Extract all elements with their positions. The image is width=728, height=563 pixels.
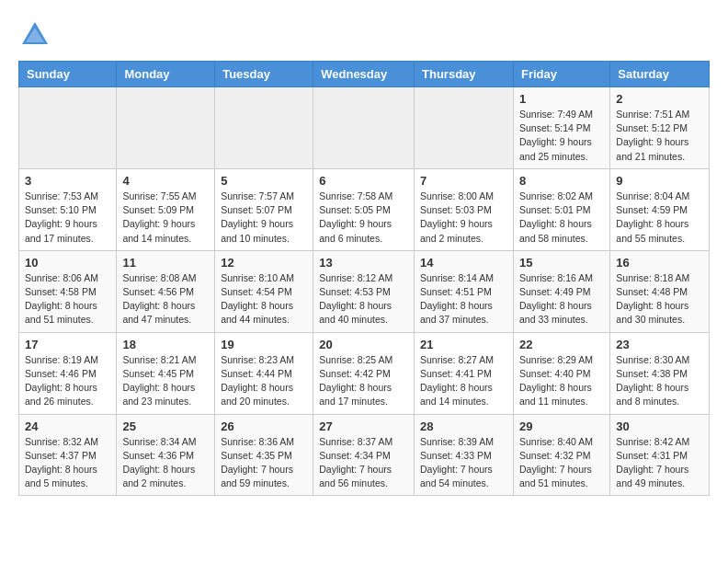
- weekday-header-friday: Friday: [513, 62, 609, 87]
- weekday-header-wednesday: Wednesday: [313, 62, 415, 87]
- day-info: Sunrise: 8:36 AM Sunset: 4:35 PM Dayligh…: [221, 435, 307, 491]
- day-info: Sunrise: 8:12 AM Sunset: 4:53 PM Dayligh…: [319, 271, 408, 327]
- day-info: Sunrise: 8:19 AM Sunset: 4:46 PM Dayligh…: [25, 353, 110, 409]
- day-info: Sunrise: 7:58 AM Sunset: 5:05 PM Dayligh…: [319, 190, 408, 246]
- calendar-cell: 10Sunrise: 8:06 AM Sunset: 4:58 PM Dayli…: [19, 250, 117, 332]
- calendar-week-row: 17Sunrise: 8:19 AM Sunset: 4:46 PM Dayli…: [19, 332, 710, 414]
- day-number: 27: [319, 419, 408, 433]
- calendar-cell: 16Sunrise: 8:18 AM Sunset: 4:48 PM Dayli…: [610, 250, 710, 332]
- day-info: Sunrise: 8:21 AM Sunset: 4:45 PM Dayligh…: [122, 353, 209, 409]
- calendar-cell: 19Sunrise: 8:23 AM Sunset: 4:44 PM Dayli…: [215, 332, 313, 414]
- calendar-cell: 26Sunrise: 8:36 AM Sunset: 4:35 PM Dayli…: [215, 414, 313, 496]
- day-number: 24: [25, 419, 110, 433]
- day-number: 20: [319, 338, 408, 351]
- calendar-cell: 13Sunrise: 8:12 AM Sunset: 4:53 PM Dayli…: [313, 250, 415, 332]
- day-number: 12: [221, 256, 307, 270]
- calendar-cell: 7Sunrise: 8:00 AM Sunset: 5:03 PM Daylig…: [415, 168, 514, 250]
- day-info: Sunrise: 8:10 AM Sunset: 4:54 PM Dayligh…: [221, 271, 307, 327]
- calendar-cell: 18Sunrise: 8:21 AM Sunset: 4:45 PM Dayli…: [117, 332, 215, 414]
- day-number: 10: [25, 256, 110, 270]
- calendar-cell: 27Sunrise: 8:37 AM Sunset: 4:34 PM Dayli…: [313, 414, 415, 496]
- day-number: 19: [221, 338, 307, 351]
- day-info: Sunrise: 8:14 AM Sunset: 4:51 PM Dayligh…: [420, 271, 507, 327]
- day-number: 21: [420, 338, 507, 351]
- calendar-cell: [19, 87, 117, 169]
- day-number: 25: [122, 419, 209, 433]
- day-info: Sunrise: 8:00 AM Sunset: 5:03 PM Dayligh…: [420, 190, 507, 246]
- day-number: 7: [420, 174, 507, 188]
- day-info: Sunrise: 8:02 AM Sunset: 5:01 PM Dayligh…: [519, 190, 604, 246]
- day-number: 18: [122, 338, 209, 351]
- weekday-header-tuesday: Tuesday: [215, 62, 313, 87]
- calendar-cell: 4Sunrise: 7:55 AM Sunset: 5:09 PM Daylig…: [117, 168, 215, 250]
- logo: [18, 18, 55, 52]
- weekday-header-saturday: Saturday: [610, 62, 710, 87]
- calendar-cell: 28Sunrise: 8:39 AM Sunset: 4:33 PM Dayli…: [415, 414, 514, 496]
- day-number: 8: [519, 174, 604, 188]
- weekday-header-thursday: Thursday: [415, 62, 514, 87]
- calendar-cell: [117, 87, 215, 169]
- calendar-cell: 22Sunrise: 8:29 AM Sunset: 4:40 PM Dayli…: [513, 332, 609, 414]
- day-number: 26: [221, 419, 307, 433]
- calendar-cell: 23Sunrise: 8:30 AM Sunset: 4:38 PM Dayli…: [610, 332, 710, 414]
- calendar-cell: 2Sunrise: 7:51 AM Sunset: 5:12 PM Daylig…: [610, 87, 710, 169]
- calendar-week-row: 1Sunrise: 7:49 AM Sunset: 5:14 PM Daylig…: [19, 87, 710, 169]
- day-number: 30: [616, 419, 703, 433]
- day-info: Sunrise: 7:49 AM Sunset: 5:14 PM Dayligh…: [519, 108, 604, 164]
- day-info: Sunrise: 7:51 AM Sunset: 5:12 PM Dayligh…: [616, 108, 703, 164]
- day-number: 17: [25, 338, 110, 351]
- day-number: 1: [519, 92, 604, 106]
- calendar-week-row: 24Sunrise: 8:32 AM Sunset: 4:37 PM Dayli…: [19, 414, 710, 496]
- calendar-cell: 11Sunrise: 8:08 AM Sunset: 4:56 PM Dayli…: [117, 250, 215, 332]
- calendar-cell: 15Sunrise: 8:16 AM Sunset: 4:49 PM Dayli…: [513, 250, 609, 332]
- calendar-cell: 24Sunrise: 8:32 AM Sunset: 4:37 PM Dayli…: [19, 414, 117, 496]
- day-number: 4: [122, 174, 209, 188]
- day-info: Sunrise: 8:25 AM Sunset: 4:42 PM Dayligh…: [319, 353, 408, 409]
- day-info: Sunrise: 8:04 AM Sunset: 4:59 PM Dayligh…: [616, 190, 703, 246]
- day-number: 16: [616, 256, 703, 270]
- day-info: Sunrise: 8:23 AM Sunset: 4:44 PM Dayligh…: [221, 353, 307, 409]
- weekday-header-sunday: Sunday: [19, 62, 117, 87]
- day-info: Sunrise: 8:40 AM Sunset: 4:32 PM Dayligh…: [519, 435, 604, 491]
- day-info: Sunrise: 8:29 AM Sunset: 4:40 PM Dayligh…: [519, 353, 604, 409]
- day-info: Sunrise: 8:34 AM Sunset: 4:36 PM Dayligh…: [122, 435, 209, 491]
- day-number: 28: [420, 419, 507, 433]
- day-number: 9: [616, 174, 703, 188]
- calendar-table: SundayMondayTuesdayWednesdayThursdayFrid…: [18, 61, 710, 496]
- day-info: Sunrise: 8:08 AM Sunset: 4:56 PM Dayligh…: [122, 271, 209, 327]
- day-info: Sunrise: 8:39 AM Sunset: 4:33 PM Dayligh…: [420, 435, 507, 491]
- day-info: Sunrise: 8:37 AM Sunset: 4:34 PM Dayligh…: [319, 435, 408, 491]
- day-info: Sunrise: 8:32 AM Sunset: 4:37 PM Dayligh…: [25, 435, 110, 491]
- calendar-week-row: 3Sunrise: 7:53 AM Sunset: 5:10 PM Daylig…: [19, 168, 710, 250]
- day-number: 11: [122, 256, 209, 270]
- day-info: Sunrise: 8:42 AM Sunset: 4:31 PM Dayligh…: [616, 435, 703, 491]
- day-info: Sunrise: 8:18 AM Sunset: 4:48 PM Dayligh…: [616, 271, 703, 327]
- day-number: 23: [616, 338, 703, 351]
- page-header: [18, 18, 710, 52]
- calendar-cell: 29Sunrise: 8:40 AM Sunset: 4:32 PM Dayli…: [513, 414, 609, 496]
- day-number: 13: [319, 256, 408, 270]
- calendar-header-row: SundayMondayTuesdayWednesdayThursdayFrid…: [19, 62, 710, 87]
- day-number: 5: [221, 174, 307, 188]
- day-info: Sunrise: 8:06 AM Sunset: 4:58 PM Dayligh…: [25, 271, 110, 327]
- calendar-cell: 25Sunrise: 8:34 AM Sunset: 4:36 PM Dayli…: [117, 414, 215, 496]
- calendar-cell: 17Sunrise: 8:19 AM Sunset: 4:46 PM Dayli…: [19, 332, 117, 414]
- calendar-week-row: 10Sunrise: 8:06 AM Sunset: 4:58 PM Dayli…: [19, 250, 710, 332]
- day-info: Sunrise: 8:27 AM Sunset: 4:41 PM Dayligh…: [420, 353, 507, 409]
- day-number: 3: [25, 174, 110, 188]
- calendar-cell: [215, 87, 313, 169]
- calendar-cell: 20Sunrise: 8:25 AM Sunset: 4:42 PM Dayli…: [313, 332, 415, 414]
- day-info: Sunrise: 7:55 AM Sunset: 5:09 PM Dayligh…: [122, 190, 209, 246]
- day-info: Sunrise: 7:53 AM Sunset: 5:10 PM Dayligh…: [25, 190, 110, 246]
- calendar-cell: 6Sunrise: 7:58 AM Sunset: 5:05 PM Daylig…: [313, 168, 415, 250]
- calendar-cell: 30Sunrise: 8:42 AM Sunset: 4:31 PM Dayli…: [610, 414, 710, 496]
- weekday-header-monday: Monday: [117, 62, 215, 87]
- calendar-cell: 1Sunrise: 7:49 AM Sunset: 5:14 PM Daylig…: [513, 87, 609, 169]
- day-info: Sunrise: 7:57 AM Sunset: 5:07 PM Dayligh…: [221, 190, 307, 246]
- logo-icon: [18, 18, 51, 52]
- calendar-cell: 5Sunrise: 7:57 AM Sunset: 5:07 PM Daylig…: [215, 168, 313, 250]
- day-number: 14: [420, 256, 507, 270]
- calendar-cell: 14Sunrise: 8:14 AM Sunset: 4:51 PM Dayli…: [415, 250, 514, 332]
- calendar-cell: [415, 87, 514, 169]
- day-info: Sunrise: 8:30 AM Sunset: 4:38 PM Dayligh…: [616, 353, 703, 409]
